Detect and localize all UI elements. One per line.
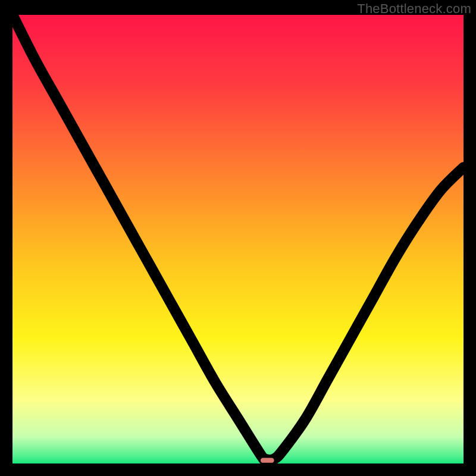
optimum-marker <box>261 458 274 463</box>
plot-background <box>12 15 464 464</box>
chart-container: TheBottleneck.com <box>0 0 476 476</box>
bottleneck-plot <box>12 15 464 464</box>
plot-frame <box>12 15 464 464</box>
watermark-text: TheBottleneck.com <box>357 1 471 17</box>
